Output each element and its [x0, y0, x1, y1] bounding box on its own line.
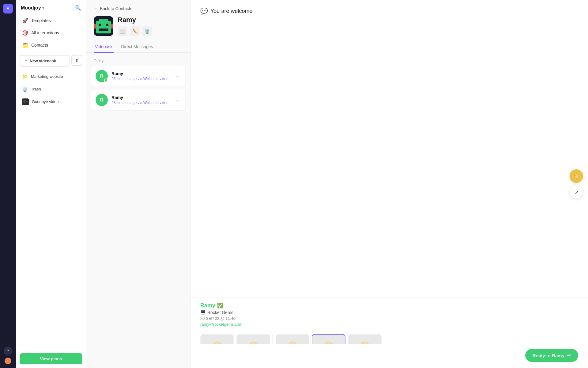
sidebar-header: Moodjoy ▾ 🔍: [16, 0, 86, 13]
copy-icon: ⬜: [120, 29, 125, 34]
interaction-time-text-2: 28 minutes ago via: [111, 101, 143, 105]
import-icon: ⬆: [75, 58, 79, 63]
tab-direct-messages[interactable]: Direct Messages: [120, 41, 154, 53]
sidebar-item-templates[interactable]: 🚀 Templates: [18, 14, 84, 27]
edit-button[interactable]: ✏️: [130, 26, 140, 36]
send-icon: ↩: [567, 353, 571, 358]
app-logo[interactable]: V: [3, 4, 13, 13]
org-name[interactable]: Moodjoy ▾: [21, 5, 44, 11]
svg-rect-12: [108, 21, 111, 24]
share-button[interactable]: ↗: [570, 185, 583, 199]
svg-rect-14: [111, 24, 113, 29]
back-to-contacts-link[interactable]: ← Back to Contacts: [86, 0, 190, 15]
interaction-avatar: R: [96, 70, 108, 82]
message-area: 💬 You are welcome: [190, 0, 588, 297]
interaction-link[interactable]: Welcome video: [143, 77, 168, 81]
svg-text:V: V: [7, 7, 9, 10]
interaction-card[interactable]: R Ramy 28 minutes ago via Welcome video …: [91, 90, 185, 110]
chevron-down-icon: ▾: [42, 6, 44, 10]
interaction-time: 26 minutes ago via Welcome video: [111, 77, 172, 81]
sidebar-item-marketing-website-label: Marketing website: [31, 74, 63, 79]
back-arrow-icon: ←: [94, 6, 98, 11]
verified-icon: ✅: [217, 303, 223, 309]
sidebar-item-all-interactions[interactable]: 🎯 All interactions: [18, 27, 84, 39]
org-emoji-icon: 🖥️: [200, 310, 205, 315]
sidebar-actions: ＋ New videoask ⬆: [16, 52, 86, 69]
online-indicator: [104, 79, 108, 82]
sidebar-item-contacts[interactable]: 🗂️ Contacts: [18, 39, 84, 51]
sidebar-nav: 🚀 Templates 🎯 All interactions 🗂️ Contac…: [16, 13, 86, 52]
svg-rect-11: [96, 21, 99, 24]
video-thumbnail: [22, 98, 29, 105]
sidebar-item-goodbye-video[interactable]: Goodbye video ⋯: [18, 95, 84, 108]
svg-rect-13: [94, 24, 96, 29]
reply-button[interactable]: Reply to Ramy ↩: [525, 349, 578, 362]
middle-panel: ← Back to Contacts Ra: [86, 0, 190, 368]
sidebar-item-templates-label: Templates: [31, 18, 51, 23]
share-icon: ↗: [575, 189, 579, 195]
svg-rect-10: [99, 19, 108, 24]
contact-info: Ramy ⬜ ✏️ 🗑️: [118, 16, 152, 36]
interaction-more-button-2[interactable]: ⋯: [175, 97, 181, 103]
tab-videoask[interactable]: Videoask: [94, 41, 114, 53]
search-button[interactable]: 🔍: [75, 5, 81, 11]
svg-rect-8: [106, 24, 108, 26]
notification-badge[interactable]: 1: [5, 358, 11, 364]
interaction-info-2: Ramy 28 minutes ago via Welcome video: [111, 95, 172, 105]
sidebar-folders: 📁 Marketing website ⋯ 🗑️ Trash ⋯ Goodbye…: [16, 69, 86, 109]
date-group-label: Today: [91, 58, 185, 66]
search-icon: 🔍: [75, 5, 81, 10]
new-videoask-label: New videoask: [30, 59, 56, 63]
contact-tabs: Videoask Direct Messages: [86, 41, 190, 53]
app-icon-strip: V ? 1: [0, 0, 16, 368]
svg-rect-9: [99, 29, 108, 31]
sidebar-item-marketing-website[interactable]: 📁 Marketing website ⋯: [18, 70, 84, 83]
interaction-more-button[interactable]: ⋯: [175, 73, 181, 79]
new-videoask-button[interactable]: ＋ New videoask: [20, 55, 70, 67]
contact-avatar: [94, 16, 113, 36]
contact-detail-date: 26 SEP 22 @ 11:40: [200, 316, 578, 321]
reply-bar: Reply to Ramy ↩: [190, 344, 588, 368]
contact-actions: ⬜ ✏️ 🗑️: [118, 26, 152, 36]
import-button[interactable]: ⬆: [71, 55, 82, 66]
interactions-list: Today R Ramy 26 minutes ago via Welcome …: [86, 53, 190, 368]
pencil-icon: ✏️: [132, 29, 138, 34]
trash-icon: 🗑️: [22, 86, 28, 92]
help-button[interactable]: ?: [4, 347, 12, 355]
right-panel: 💬 You are welcome Ramy ✅ 🖥️ Rocket Gems …: [190, 0, 588, 368]
sidebar-item-all-interactions-label: All interactions: [31, 30, 59, 35]
sidebar-item-trash[interactable]: 🗑️ Trash ⋯: [18, 83, 84, 95]
floating-actions: 🏷️ ↗: [570, 169, 583, 199]
contact-detail-name-text: Ramy: [200, 302, 215, 309]
speech-bubble-icon: 💬: [200, 7, 208, 15]
sidebar-item-trash-label: Trash: [31, 87, 41, 91]
tag-button[interactable]: 🏷️: [570, 169, 583, 183]
rocket-icon: 🚀: [22, 17, 28, 24]
welcome-message: 💬 You are welcome: [200, 7, 578, 15]
contact-detail-email[interactable]: ramy@rocketgems.com: [200, 322, 578, 327]
svg-rect-3: [23, 100, 26, 103]
interaction-name: Ramy: [111, 71, 172, 76]
sidebar-item-goodbye-video-label: Goodbye video: [32, 99, 58, 104]
delete-button[interactable]: 🗑️: [142, 26, 152, 36]
contacts-icon: 🗂️: [22, 42, 28, 48]
org-name-text: Moodjoy: [21, 5, 41, 11]
contact-header: Ramy ⬜ ✏️ 🗑️: [86, 15, 190, 41]
view-plans-button[interactable]: View plans: [20, 353, 82, 364]
sidebar-bottom: View plans: [16, 350, 86, 368]
sidebar-item-contacts-label: Contacts: [31, 43, 48, 48]
svg-rect-7: [99, 24, 101, 26]
interaction-info: Ramy 26 minutes ago via Welcome video: [111, 71, 172, 81]
contact-detail-org: 🖥️ Rocket Gems: [200, 310, 578, 315]
interaction-card[interactable]: R Ramy 26 minutes ago via Welcome video …: [91, 66, 185, 86]
reply-button-label: Reply to Ramy: [533, 353, 564, 358]
copy-button[interactable]: ⬜: [118, 26, 127, 36]
interaction-name-2: Ramy: [111, 95, 172, 100]
welcome-text: You are welcome: [210, 8, 252, 14]
plus-icon: ＋: [24, 58, 28, 63]
tag-icon: 🏷️: [573, 173, 579, 179]
contact-detail-section: Ramy ✅ 🖥️ Rocket Gems 26 SEP 22 @ 11:40 …: [190, 297, 588, 330]
interaction-link-2[interactable]: Welcome video: [143, 101, 168, 105]
interaction-avatar-2: R: [96, 94, 108, 106]
contact-detail-name: Ramy ✅: [200, 302, 578, 309]
